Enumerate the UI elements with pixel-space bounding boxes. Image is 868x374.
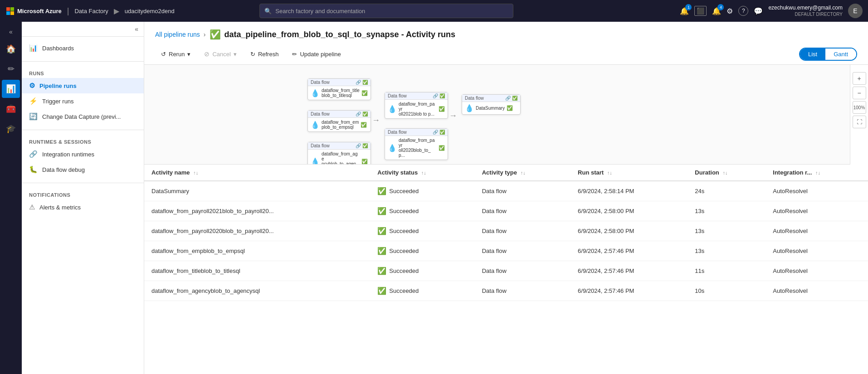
cell-runstart-0: 6/9/2024, 2:58:14 PM [571,181,688,201]
cdc-label: Change Data Capture (previ... [42,113,121,120]
cell-type-0: Data flow [475,181,571,201]
col-activity-status-label: Activity status [377,169,418,176]
cell-type-1: Data flow [475,201,571,221]
node1-header: Data flow 🔗 ✅ [308,79,371,86]
cell-integration-4: AutoResolvel [766,261,868,281]
table-header: Activity name ↑↓ Activity status ↑↓ Acti… [144,165,868,181]
col-duration-sort[interactable]: ↑↓ [722,170,727,175]
sidebar-item-home[interactable]: 🏠 [2,40,20,58]
cdc-icon: 🔄 [29,112,38,121]
notifications-icon[interactable]: 🔔 1 [680,7,689,15]
activity-node-5[interactable]: Data flow 🔗 ✅ 💧 dataflow_from_payroll202… [385,128,448,160]
zoom-in-button[interactable]: + [853,72,866,85]
help-icon[interactable]: ? [738,6,748,16]
activity-node-1[interactable]: Data flow 🔗 ✅ 💧 dataflow_from_titleblob_… [307,78,371,100]
cell-name-2: dataflow_from_payroll2020blob_to_payroll… [144,221,370,241]
panel-collapse-btn[interactable]: « [135,25,138,33]
activity-node-2[interactable]: Data flow 🔗 ✅ 💧 dataflow_from_emplob_to_… [307,110,371,132]
settings-icon[interactable]: ⚙ [727,7,733,15]
nav-item-dashboards[interactable]: 📊 Dashboards [22,40,144,56]
alerts-icon[interactable]: 🔔 4 [712,7,721,15]
cell-type-5: Data flow [475,281,571,301]
cell-status-2: ✅ Succeeded [370,221,474,241]
runtimes-section-title: Runtimes & sessions [22,136,144,146]
search-bar[interactable]: 🔍 Search factory and documentation [259,4,513,18]
col-duration-label: Duration [695,169,719,176]
col-activity-name-sort[interactable]: ↑↓ [193,170,198,175]
node5-name: dataflow_from_payroll2020blob_to_p... [399,138,437,158]
cancel-icon: ⊘ [204,50,210,58]
table-row: dataflow_from_titleblob_to_titlesql ✅ Su… [144,261,868,281]
user-directory: DEFAULT DIRECTORY [768,11,843,17]
nav-item-trigger-runs[interactable]: ⚡ Trigger runs [22,93,144,109]
feedback-icon[interactable]: 💬 [754,7,763,15]
cloud-shell-icon[interactable]: ⬛ [694,7,707,15]
sidebar-collapse-top[interactable]: « [6,25,15,38]
sidebar-item-author[interactable]: ✏ [2,60,20,78]
activity-node-3[interactable]: Data flow 🔗 ✅ 💧 dataflow_from_agencyblob… [307,142,371,165]
refresh-button[interactable]: ↻ Refresh [244,48,285,61]
workspace-name[interactable]: udacitydemo2dend [125,8,175,15]
svg-rect-2 [6,11,10,15]
node2-check: ✅ [361,122,367,128]
nav-item-alerts[interactable]: ⚠ Alerts & metrics [22,199,144,215]
sidebar-item-learn[interactable]: 🎓 [2,120,20,138]
nav-item-integration-runtimes[interactable]: 🔗 Integration runtimes [22,146,144,162]
product-name: Data Factory [74,8,108,15]
gantt-view-button[interactable]: Gantt [825,49,856,60]
sidebar-item-manage[interactable]: 🧰 [2,100,20,118]
update-icon: ✏ [292,51,297,58]
cell-type-4: Data flow [475,261,571,281]
zoom-percent-button[interactable]: 100% [853,101,866,114]
alerts-metrics-label: Alerts & metrics [39,204,81,211]
table-row: dataflow_from_agencyblob_to_agencysql ✅ … [144,281,868,301]
user-email: ezechukwu.emery@gmail.com [768,5,843,12]
sidebar-item-monitor[interactable]: 📊 [2,80,20,98]
avatar[interactable]: E [848,4,863,18]
nav-item-dataflow-debug[interactable]: 🐛 Data flow debug [22,162,144,177]
cell-duration-4: 11s [688,261,766,281]
cancel-button[interactable]: ⊘ Cancel ▾ [198,47,242,61]
breadcrumb: All pipeline runs › ✅ data_pipeline_from… [144,22,868,44]
node3-name: dataflow_from_agencyblob_to_agenc... [322,151,360,165]
list-view-button[interactable]: List [800,49,825,60]
panel-header: « [22,22,144,37]
col-duration[interactable]: Duration ↑↓ [688,165,766,181]
node6-body: 💧 DataSummary ✅ [462,102,520,114]
pipeline-runs-label: Pipeline runs [39,83,77,89]
breadcrumb-link[interactable]: All pipeline runs [155,31,200,38]
top-navigation: Microsoft Azure | Data Factory ▶ udacity… [0,0,868,22]
nav-item-pipeline-runs[interactable]: ⚙ Pipeline runs [22,78,144,93]
rerun-arrow-icon: ▾ [187,51,190,58]
col-activity-status-sort[interactable]: ↑↓ [421,170,426,175]
user-info[interactable]: ezechukwu.emery@gmail.com DEFAULT DIRECT… [768,5,843,18]
activity-node-6[interactable]: Data flow 🔗 ✅ 💧 DataSummary ✅ [462,94,521,115]
fit-button[interactable]: ⛶ [853,116,866,128]
col-activity-name[interactable]: Activity name ↑↓ [144,165,370,181]
col-activity-type[interactable]: Activity type ↑↓ [475,165,571,181]
azure-logo[interactable]: Microsoft Azure [5,6,62,15]
nav-icons: 🔔 1 ⬛ 🔔 4 ⚙ ? 💬 ezechukwu.emery@gmail.co… [680,4,863,18]
toolbar: ↺ Rerun ▾ ⊘ Cancel ▾ ↻ Refresh ✏ Update … [144,44,868,65]
col-activity-status[interactable]: Activity status ↑↓ [370,165,474,181]
breadcrumb-separator: › [204,31,206,38]
col-integration[interactable]: Integration r... ↑↓ [766,165,868,181]
node4-body: 💧 dataflow_from_payroll2021blob to p... … [385,100,448,118]
activity-node-4[interactable]: Data flow 🔗 ✅ 💧 dataflow_from_payroll202… [385,92,448,119]
cell-name-0: DataSummary [144,181,370,201]
rerun-button[interactable]: ↺ Rerun ▾ [155,48,196,61]
search-icon: 🔍 [264,8,272,15]
cell-runstart-1: 6/9/2024, 2:58:00 PM [571,201,688,221]
zoom-out-button[interactable]: − [853,87,866,99]
cell-runstart-4: 6/9/2024, 2:57:46 PM [571,261,688,281]
col-activity-type-sort[interactable]: ↑↓ [521,170,526,175]
pipeline-runs-icon: ⚙ [29,82,35,90]
col-integration-label: Integration r... [773,169,812,176]
nav-item-cdc[interactable]: 🔄 Change Data Capture (previ... [22,109,144,124]
col-run-start-sort[interactable]: ↑↓ [607,170,612,175]
update-pipeline-button[interactable]: ✏ Update pipeline [286,48,346,61]
col-run-start[interactable]: Run start ↑↓ [571,165,688,181]
cell-name-4: dataflow_from_titleblob_to_titlesql [144,261,370,281]
node6-name: DataSummary [476,106,505,111]
col-integration-sort[interactable]: ↑↓ [815,170,820,175]
